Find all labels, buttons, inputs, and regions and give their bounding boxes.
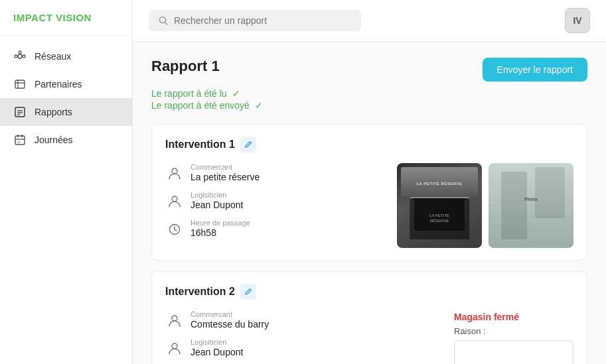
content-area: Rapport 1 Envoyer le rapport Le rapport … xyxy=(133,42,606,364)
status-item-1: Le rapport à été lu ✓ xyxy=(151,88,587,99)
commercant-content-1: Commercant La petite réserve xyxy=(190,163,260,182)
logisticien-value-2: Jean Dupont xyxy=(190,347,243,357)
svg-line-25 xyxy=(175,229,177,231)
photo-2: Photo xyxy=(489,163,573,248)
send-button[interactable]: Envoyer le rapport xyxy=(483,58,587,82)
sidebar-item-partenaires[interactable]: Partenaires xyxy=(0,70,132,98)
logisticien-value-1: Jean Dupont xyxy=(190,200,243,210)
photos-area-1: LA PETITERÉSERVE Photo xyxy=(397,163,573,248)
svg-point-3 xyxy=(19,51,21,54)
person-icon-4 xyxy=(165,339,184,358)
search-box[interactable] xyxy=(149,10,361,31)
search-input[interactable] xyxy=(174,15,352,26)
logisticien-row-2: Logisiticien Jean Dupont xyxy=(165,338,441,358)
commercant-value-1: La petite réserve xyxy=(190,172,260,182)
intervention-2-title: Intervention 2 xyxy=(165,286,235,298)
sidebar-item-reseaux-label: Réseaux xyxy=(35,51,71,62)
closed-section: Magasin fermé Raison : xyxy=(454,310,573,364)
sidebar-item-journees[interactable]: 24 Journées xyxy=(0,126,132,154)
edit-icon-1[interactable] xyxy=(240,137,256,152)
intervention-1: Intervention 1 xyxy=(151,124,587,261)
person-icon-2 xyxy=(165,192,184,211)
check-icon-2: ✓ xyxy=(255,100,263,111)
raison-label: Raison : xyxy=(454,326,573,336)
check-icon-1: ✓ xyxy=(232,88,240,99)
svg-line-20 xyxy=(165,23,168,25)
heure-content-1: Heure de passage 16h58 xyxy=(190,219,250,238)
logisticien-row-1: Logisiticien Jean Dupont xyxy=(165,191,384,211)
app-logo: IMPACT VISION xyxy=(0,0,132,36)
heure-value-1: 16h58 xyxy=(190,227,250,238)
svg-point-0 xyxy=(18,54,22,58)
commercant-value-2: Comtesse du barry xyxy=(190,319,269,330)
commercant-content-2: Commercant Comtesse du barry xyxy=(190,310,269,330)
logisticien-content-2: Logisiticien Jean Dupont xyxy=(190,338,243,357)
status-text-1: Le rapport à été lu xyxy=(151,88,227,99)
commercant-row-1: Commercant La petite réserve xyxy=(165,163,384,183)
svg-point-27 xyxy=(172,343,177,349)
network-icon xyxy=(13,50,27,63)
rapport-header: Rapport 1 Envoyer le rapport xyxy=(151,58,587,82)
svg-point-26 xyxy=(172,316,177,321)
calendar-icon: 24 xyxy=(13,133,27,147)
svg-point-22 xyxy=(172,196,177,202)
status-list: Le rapport à été lu ✓ Le rapport à été e… xyxy=(151,88,587,111)
svg-text:24: 24 xyxy=(17,141,21,144)
intervention-2-body: Commercant Comtesse du barry Logi xyxy=(165,310,573,364)
raison-textarea[interactable] xyxy=(454,340,573,364)
commercant-label-1: Commercant xyxy=(190,163,260,171)
sidebar: IMPACT VISION Réseaux xyxy=(0,0,133,364)
svg-point-21 xyxy=(172,168,177,174)
intervention-1-header: Intervention 1 xyxy=(165,137,573,152)
logisticien-content-1: Logisiticien Jean Dupont xyxy=(190,191,243,210)
edit-icon-2[interactable] xyxy=(240,284,256,300)
person-icon-1 xyxy=(165,164,184,183)
photo-1: LA PETITERÉSERVE xyxy=(397,163,482,248)
sidebar-item-journees-label: Journées xyxy=(35,135,73,145)
rapport-title: Rapport 1 xyxy=(151,58,220,75)
ferme-label: Magasin fermé xyxy=(454,312,573,322)
top-header: IV xyxy=(133,0,606,42)
main-area: IV Rapport 1 Envoyer le rapport Le rappo… xyxy=(133,0,606,364)
sidebar-item-rapports[interactable]: Rapports xyxy=(0,98,132,126)
sidebar-item-rapports-label: Rapports xyxy=(35,107,72,117)
sidebar-nav: Réseaux Partenaires Rappo xyxy=(0,36,132,160)
intervention-2: Intervention 2 xyxy=(151,271,587,364)
status-item-2: Le rapport à été envoyé ✓ xyxy=(151,100,587,111)
intervention-1-title: Intervention 1 xyxy=(165,139,235,151)
intervention-1-info: Commercant La petite réserve Logi xyxy=(165,163,384,239)
intervention-1-body: Commercant La petite réserve Logi xyxy=(165,163,573,248)
intervention-2-info: Commercant Comtesse du barry Logi xyxy=(165,310,441,364)
intervention-2-header: Intervention 2 xyxy=(165,284,573,300)
svg-point-1 xyxy=(15,55,17,58)
logisticien-label-2: Logisiticien xyxy=(190,338,243,346)
partners-icon xyxy=(13,78,27,91)
commercant-label-2: Commercant xyxy=(190,310,269,318)
clock-icon-1 xyxy=(165,220,184,239)
svg-point-2 xyxy=(23,55,25,58)
svg-rect-10 xyxy=(15,107,25,117)
heure-label-1: Heure de passage xyxy=(190,219,250,227)
sidebar-item-reseaux[interactable]: Réseaux xyxy=(0,42,132,70)
search-icon xyxy=(158,15,169,26)
commercant-row-2: Commercant Comtesse du barry xyxy=(165,310,441,330)
avatar: IV xyxy=(565,8,590,33)
sidebar-item-partenaires-label: Partenaires xyxy=(35,79,82,90)
logisticien-label-1: Logisiticien xyxy=(190,191,243,199)
heure-row-1: Heure de passage 16h58 xyxy=(165,219,384,239)
status-text-2: Le rapport à été envoyé xyxy=(151,100,250,111)
person-icon-3 xyxy=(165,312,184,330)
svg-rect-7 xyxy=(15,80,25,88)
reports-icon xyxy=(13,105,27,119)
